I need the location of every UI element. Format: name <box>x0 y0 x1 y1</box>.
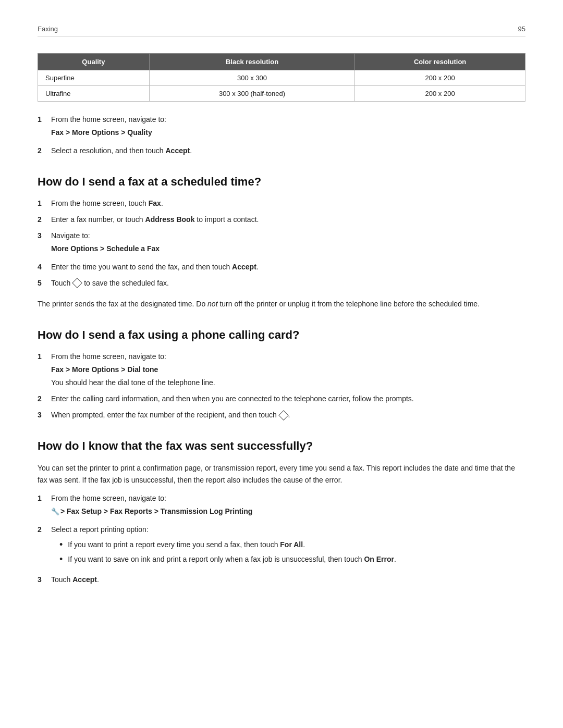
section1-steps: 1 From the home screen, touch Fax. 2 Ent… <box>38 198 525 289</box>
bullet-item-1: • If you want to print a report every ti… <box>59 539 525 551</box>
resolution-table: Quality Black resolution Color resolutio… <box>38 53 525 102</box>
nav-path-faxsetup: 🔧 > Fax Setup > Fax Reports > Transmissi… <box>51 506 525 517</box>
table-header-color: Color resolution <box>355 54 525 70</box>
section1-step-3: 3 Navigate to: More Options > Schedule a… <box>38 230 525 256</box>
table-cell: 300 x 300 (half-toned) <box>149 86 354 102</box>
intro-step-1: 1 From the home screen, navigate to: Fax… <box>38 114 525 140</box>
diamond-icon <box>72 278 82 288</box>
table-cell: 200 x 200 <box>355 86 525 102</box>
section1-step-5: 5 Touch to save the scheduled fax. <box>38 278 525 289</box>
section1-step-2: 2 Enter a fax number, or touch Address B… <box>38 214 525 225</box>
page: Faxing 95 Quality Black resolution Color… <box>0 0 563 728</box>
section3-title: How do I know that the fax was sent succ… <box>38 439 525 453</box>
table-row: Ultrafine300 x 300 (half-toned)200 x 200 <box>38 86 525 102</box>
intro-step-2: 2 Select a resolution, and then touch Ac… <box>38 145 525 156</box>
section1-title: How do I send a fax at a scheduled time? <box>38 175 525 189</box>
section1-note: The printer sends the fax at the designa… <box>38 298 525 310</box>
section2-step-3: 3 When prompted, enter the fax number of… <box>38 410 525 421</box>
bullet-item-2: • If you want to save on ink and print a… <box>59 554 525 565</box>
section2-title: How do I send a fax using a phone callin… <box>38 328 525 342</box>
table-cell: 300 x 300 <box>149 70 354 86</box>
bullet-list: • If you want to print a report every ti… <box>59 539 525 565</box>
section3-step-2: 2 Select a report printing option: • If … <box>38 524 525 569</box>
bullet-dot-1: • <box>59 539 63 551</box>
header-left: Faxing <box>38 25 58 33</box>
section1-step-4: 4 Enter the time you want to send the fa… <box>38 262 525 273</box>
section3-body: You can set the printer to print a confi… <box>38 462 525 486</box>
table-header-quality: Quality <box>38 54 150 70</box>
section3-step-1: 1 From the home screen, navigate to: 🔧 >… <box>38 493 525 519</box>
bullet-dot-2: • <box>59 554 63 565</box>
nav-path-schedule: More Options > Schedule a Fax <box>51 243 525 254</box>
wrench-icon: 🔧 <box>51 507 59 517</box>
diamond-icon-2 <box>278 410 289 421</box>
section3-steps: 1 From the home screen, navigate to: 🔧 >… <box>38 493 525 585</box>
nav-path-quality: Fax > More Options > Quality <box>51 127 525 138</box>
section2-step-1: 1 From the home screen, navigate to: Fax… <box>38 351 525 388</box>
section3-step-3: 3 Touch Accept. <box>38 574 525 585</box>
section2-step-2: 2 Enter the calling card information, an… <box>38 393 525 404</box>
nav-path-dialtone: Fax > More Options > Dial tone <box>51 364 525 375</box>
header-bar: Faxing 95 <box>38 25 525 36</box>
section2-steps: 1 From the home screen, navigate to: Fax… <box>38 351 525 421</box>
header-right: 95 <box>518 25 525 33</box>
table-row: Superfine300 x 300200 x 200 <box>38 70 525 86</box>
table-cell: 200 x 200 <box>355 70 525 86</box>
section1-step-1: 1 From the home screen, touch Fax. <box>38 198 525 209</box>
table-header-black: Black resolution <box>149 54 354 70</box>
table-cell: Ultrafine <box>38 86 150 102</box>
table-cell: Superfine <box>38 70 150 86</box>
intro-steps: 1 From the home screen, navigate to: Fax… <box>38 114 525 156</box>
